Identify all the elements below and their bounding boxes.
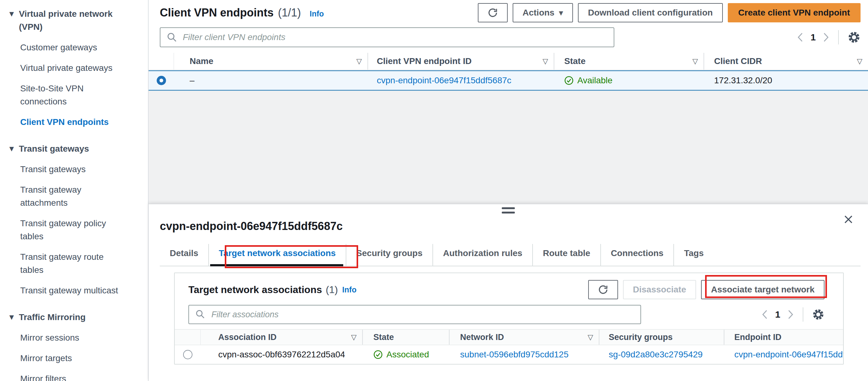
row-select-cell — [149, 71, 174, 90]
endpoints-filter-input[interactable] — [160, 27, 614, 47]
column-header-endpoint-id[interactable]: Endpoint ID — [724, 330, 843, 345]
sidebar-item-virtual-private-gateways[interactable]: Virtual private gateways — [20, 62, 126, 74]
download-label: Download client configuration — [588, 8, 713, 18]
select-all-column-header — [149, 53, 174, 70]
search-icon — [195, 309, 205, 319]
next-page-icon[interactable] — [787, 309, 794, 320]
associations-title: Target network associations — [188, 284, 322, 295]
tab-route-table[interactable]: Route table — [532, 244, 600, 266]
endpoints-search-box — [160, 27, 614, 47]
security-groups-cell: sg-09d2a80e3c2795429 — [599, 345, 724, 364]
caret-down-icon: ▼ — [9, 7, 14, 34]
sort-icon[interactable]: ▽ — [351, 333, 356, 341]
column-header-state[interactable]: State — [363, 330, 450, 345]
actions-button[interactable]: Actions ▼ — [513, 3, 573, 22]
sidebar-section-vpn[interactable]: ▼ Virtual private network (VPN) — [9, 7, 148, 34]
settings-gear-icon[interactable] — [847, 31, 861, 44]
column-header-endpoint-id[interactable]: Client VPN endpoint ID ▽ — [368, 53, 554, 70]
previous-page-icon[interactable] — [797, 32, 804, 42]
select-all-column-header — [175, 330, 201, 345]
associations-table-header: Association ID ▽ State Network ID ▽ Secu… — [175, 329, 843, 345]
sort-icon[interactable]: ▽ — [542, 57, 548, 65]
sidebar-item-client-vpn-endpoints[interactable]: Client VPN endpoints — [20, 116, 126, 129]
page-number[interactable]: 1 — [775, 309, 780, 320]
download-client-configuration-button[interactable]: Download client configuration — [578, 3, 722, 22]
sidebar-item-mirror-targets[interactable]: Mirror targets — [20, 352, 126, 365]
endpoints-table: Name ▽ Client VPN endpoint ID ▽ State ▽ … — [149, 53, 868, 91]
associations-count: (1) — [326, 284, 338, 295]
sidebar-section-transit-gateways[interactable]: ▼ Transit gateways — [9, 142, 148, 155]
vpc-console-screen: ▼ Virtual private network (VPN) Customer… — [0, 0, 868, 381]
tab-details[interactable]: Details — [160, 244, 208, 266]
sidebar-item-transit-gateway-attachments[interactable]: Transit gateway attachments — [20, 183, 126, 210]
sidebar-group-vpn: Customer gateways Virtual private gatewa… — [20, 41, 148, 129]
subnet-link[interactable]: subnet-0596ebfd975cdd125 — [460, 350, 569, 359]
state-cell: Associated — [363, 345, 450, 364]
sidebar-item-customer-gateways[interactable]: Customer gateways — [20, 41, 126, 54]
associations-filter-row: 1 — [175, 299, 843, 324]
refresh-button[interactable] — [478, 3, 508, 22]
tab-connections[interactable]: Connections — [600, 244, 674, 266]
tab-security-groups[interactable]: Security groups — [346, 244, 432, 266]
sort-icon[interactable]: ▽ — [692, 57, 698, 65]
sidebar-section-traffic-mirroring[interactable]: ▼ Traffic Mirroring — [9, 311, 148, 324]
sort-icon[interactable]: ▽ — [588, 333, 593, 341]
divider — [838, 30, 839, 44]
create-client-vpn-endpoint-button[interactable]: Create client VPN endpoint — [728, 3, 861, 22]
sort-icon[interactable]: ▽ — [356, 57, 362, 65]
row-radio-selected[interactable] — [157, 76, 166, 85]
column-header-client-cidr[interactable]: Client CIDR ▽ — [704, 53, 868, 70]
disassociate-button[interactable]: Disassociate — [623, 280, 696, 299]
close-icon[interactable] — [843, 214, 854, 225]
settings-gear-icon[interactable] — [812, 308, 825, 321]
endpoint-table-row[interactable]: – cvpn-endpoint-06e947f15ddf5687c Availa… — [149, 70, 868, 91]
divider — [803, 307, 803, 322]
associations-card-header: Target network associations (1) Info Dis… — [175, 273, 843, 299]
tab-authorization-rules[interactable]: Authorization rules — [432, 244, 532, 266]
sort-icon[interactable]: ▽ — [857, 57, 862, 65]
associate-target-network-button[interactable]: Associate target network — [701, 280, 825, 299]
next-page-icon[interactable] — [823, 32, 830, 42]
sidebar-item-transit-gateways[interactable]: Transit gateways — [20, 163, 126, 176]
header-buttons: Actions ▼ Download client configuration … — [478, 3, 861, 22]
column-header-network-id[interactable]: Network ID ▽ — [450, 330, 599, 345]
endpoint-id-link[interactable]: cvpn-endpoint-06e947f15ddf5687c — [377, 75, 512, 86]
associations-pagination: 1 — [762, 307, 825, 322]
sidebar-item-site-to-site-vpn-connections[interactable]: Site-to-Site VPN connections — [20, 82, 126, 108]
refresh-button[interactable] — [588, 280, 618, 299]
sidebar-item-mirror-sessions[interactable]: Mirror sessions — [20, 331, 126, 344]
column-header-association-id[interactable]: Association ID ▽ — [201, 330, 363, 345]
info-link[interactable]: Info — [342, 285, 356, 294]
caret-down-icon: ▼ — [9, 142, 14, 155]
column-header-name[interactable]: Name ▽ — [174, 53, 368, 70]
page-title-group: Client VPN endpoints (1/1) Info — [160, 6, 324, 19]
sidebar-item-transit-gateway-policy-tables[interactable]: Transit gateway policy tables — [20, 217, 126, 243]
column-header-state[interactable]: State ▽ — [554, 53, 704, 70]
tab-tags[interactable]: Tags — [673, 244, 713, 266]
endpoints-pagination: 1 — [797, 30, 861, 44]
sidebar-item-mirror-filters[interactable]: Mirror filters — [20, 372, 126, 381]
target-network-associations-card: Target network associations (1) Info Dis… — [174, 273, 844, 364]
sidebar-item-transit-gateway-multicast[interactable]: Transit gateway multicast — [20, 284, 126, 297]
security-group-link[interactable]: sg-09d2a80e3c2795429 — [609, 350, 703, 359]
sidebar-group-transit-gateways: Transit gateways Transit gateway attachm… — [20, 163, 148, 297]
association-table-row[interactable]: cvpn-assoc-0bf639762212d5a04 Associated … — [175, 345, 843, 364]
split-panel-title: cvpn-endpoint-06e947f15ddf5687c — [160, 220, 343, 233]
page-number[interactable]: 1 — [810, 32, 816, 42]
endpoint-id-cell: cvpn-endpoint-06e947f15ddf5687c — [724, 345, 843, 364]
column-header-security-groups[interactable]: Security groups — [599, 330, 724, 345]
check-circle-icon — [564, 76, 574, 85]
associations-filter-input[interactable] — [188, 305, 641, 324]
info-link[interactable]: Info — [310, 9, 324, 18]
previous-page-icon[interactable] — [762, 309, 768, 320]
network-id-cell: subnet-0596ebfd975cdd125 — [450, 345, 599, 364]
search-icon — [167, 32, 177, 42]
sidebar-item-transit-gateway-route-tables[interactable]: Transit gateway route tables — [20, 251, 126, 277]
name-cell: – — [174, 71, 368, 90]
endpoint-id-link[interactable]: cvpn-endpoint-06e947f15ddf5687c — [734, 350, 843, 359]
refresh-icon — [598, 284, 609, 295]
split-panel-drag-handle[interactable] — [502, 207, 515, 216]
row-radio-unselected[interactable] — [183, 350, 192, 359]
tab-target-network-associations[interactable]: Target network associations — [208, 244, 346, 266]
create-label: Create client VPN endpoint — [738, 8, 850, 18]
